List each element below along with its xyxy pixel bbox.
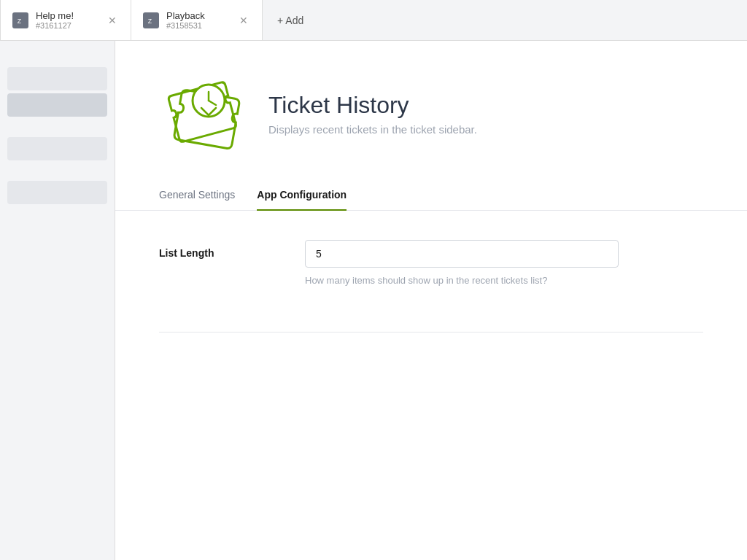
section-divider [159, 332, 703, 332]
tab-playback-title: Playback [166, 10, 230, 22]
tab-playback-subtitle: #3158531 [166, 21, 230, 30]
list-length-hint: How many items should show up in the rec… [305, 273, 619, 288]
form-section: List Length How many items should show u… [115, 211, 747, 332]
sidebar-item-4[interactable] [7, 181, 107, 204]
main-layout: Ticket History Displays recent tickets i… [0, 41, 747, 560]
tab-helpmei-icon: Z [12, 12, 28, 28]
app-logo-icon [159, 70, 247, 158]
tab-app-configuration[interactable]: App Configuration [257, 180, 347, 211]
sidebar-item-1[interactable] [7, 67, 107, 90]
list-length-input[interactable] [305, 240, 619, 268]
add-tab-button[interactable]: + Add [263, 0, 318, 40]
sidebar-item-3[interactable] [7, 137, 107, 160]
tab-bar: Z Help me! #3161127 ✕ Z Playback #315853… [0, 0, 747, 41]
svg-text:Z: Z [18, 17, 22, 24]
tab-helpmei-close[interactable]: ✕ [106, 14, 119, 27]
app-header: Ticket History Displays recent tickets i… [115, 41, 747, 179]
tab-playback[interactable]: Z Playback #3158531 ✕ [131, 0, 263, 40]
app-description: Displays recent tickets in the ticket si… [268, 123, 477, 136]
sidebar [0, 41, 115, 560]
settings-tabs: General Settings App Configuration [115, 179, 747, 211]
list-length-row: List Length How many items should show u… [159, 240, 703, 288]
tab-playback-close[interactable]: ✕ [237, 14, 250, 27]
content-area: Ticket History Displays recent tickets i… [115, 41, 747, 560]
tab-helpmei-content: Help me! #3161127 [36, 10, 98, 31]
list-length-label: List Length [159, 240, 305, 259]
svg-text:Z: Z [148, 17, 152, 24]
list-length-field-wrap: How many items should show up in the rec… [305, 240, 703, 288]
app-info: Ticket History Displays recent tickets i… [268, 92, 477, 136]
tab-general-settings[interactable]: General Settings [159, 180, 235, 211]
tab-playback-content: Playback #3158531 [166, 10, 230, 31]
app-title: Ticket History [268, 92, 477, 119]
sidebar-item-2[interactable] [7, 93, 107, 117]
tab-helpmei-title: Help me! [36, 10, 98, 22]
tab-playback-icon: Z [143, 12, 159, 28]
tab-helpmei-subtitle: #3161127 [36, 21, 98, 30]
tab-helpmei[interactable]: Z Help me! #3161127 ✕ [0, 0, 131, 40]
